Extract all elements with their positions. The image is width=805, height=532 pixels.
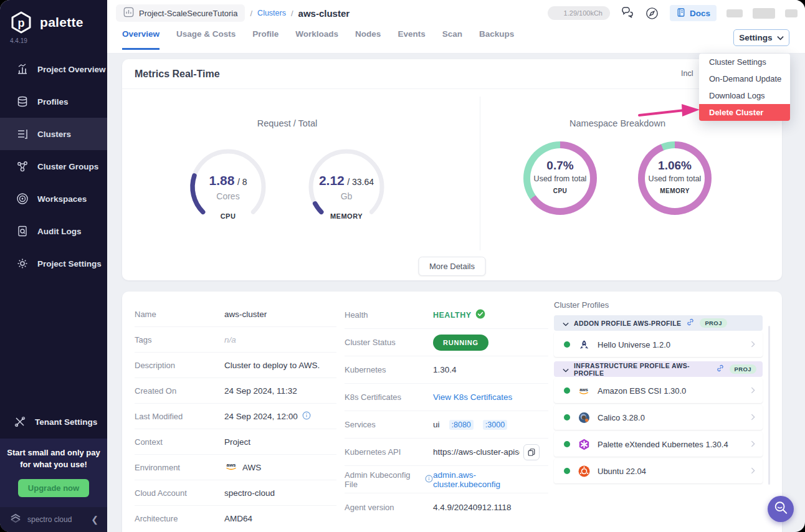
infrastructure-profile-header[interactable]: INFRASTRUCTURE PROFILE AWS-PROFILE PROJ [554, 361, 763, 377]
link-icon[interactable] [686, 318, 695, 329]
sidebar-item-workspaces[interactable]: Workspaces [0, 183, 107, 215]
avatar[interactable] [785, 9, 798, 17]
sidebar-item-clusters[interactable]: Clusters [0, 118, 107, 150]
profiles-scrollbar[interactable] [768, 326, 770, 485]
namespace-cpu-text: 0.7% Used from total CPU [523, 159, 597, 194]
svg-text:aws: aws [579, 386, 588, 392]
target-icon [16, 192, 29, 205]
status-dot [564, 387, 570, 394]
status-dot [564, 441, 570, 447]
tenant-settings-label: Tenant Settings [35, 417, 97, 427]
cpu-gauge-unit: Cores [188, 191, 269, 201]
sidebar-item-audit-logs[interactable]: Audit Logs [0, 215, 107, 247]
detail-row-cluster-status: Cluster Status RUNNING [345, 329, 548, 356]
chat-icon[interactable] [620, 6, 635, 21]
sidebar-item-label: Workspaces [37, 194, 87, 204]
app-window: p palette 4.4.19 Project Overview Profil… [0, 0, 805, 532]
bar-chart-icon [16, 63, 29, 75]
info-icon[interactable] [425, 475, 433, 485]
pxk-icon [578, 438, 590, 450]
chevron-down-icon [563, 318, 569, 329]
help-search-fab[interactable] [768, 496, 794, 522]
chevron-right-icon [751, 339, 755, 350]
cpu-gauge: 1.88 / 8 Cores CPU [188, 146, 269, 227]
tab-backups[interactable]: Backups [479, 29, 514, 50]
compass-icon[interactable] [645, 6, 660, 21]
info-icon[interactable] [302, 411, 311, 422]
tab-nodes[interactable]: Nodes [355, 29, 381, 50]
network-icon [16, 160, 29, 173]
doc-search-icon [16, 225, 29, 237]
breadcrumb-clusters-link[interactable]: Clusters [257, 9, 286, 17]
chevron-down-icon [777, 33, 784, 42]
menu-item-cluster-settings[interactable]: Cluster Settings [699, 54, 790, 70]
profile-layer-ubuntu[interactable]: Ubuntu 22.04 [554, 458, 763, 483]
service-port-link[interactable]: :8080 [449, 420, 474, 430]
sidebar-item-label: Project Overview [37, 65, 106, 74]
sidebar-item-project-settings[interactable]: Project Settings [0, 247, 107, 280]
cluster-tabs: Overview Usage & Costs Profile Workloads… [122, 29, 674, 50]
aws-icon: aws [578, 384, 590, 397]
book-icon [676, 7, 686, 19]
sidebar-item-project-overview[interactable]: Project Overview [0, 53, 107, 85]
tab-events[interactable]: Events [398, 29, 425, 50]
view-k8s-certificates-link[interactable]: View K8s Certificates [433, 392, 512, 402]
docs-button[interactable]: Docs [670, 5, 717, 21]
sidebar-item-tenant-settings[interactable]: Tenant Settings [0, 407, 107, 436]
breadcrumb-current-cluster: aws-cluster [298, 8, 350, 19]
brand-name: palette [40, 15, 83, 30]
service-port-link[interactable]: :3000 [483, 420, 507, 430]
sidebar-item-profiles[interactable]: Profiles [0, 85, 107, 118]
svg-text:p: p [18, 17, 25, 29]
profile-layer-hello-universe[interactable]: Hello Universe 1.2.0 [554, 332, 763, 357]
upgrade-now-button[interactable]: Upgrade now [18, 479, 89, 497]
addon-profile-header[interactable]: ADDON PROFILE AWS-PROFILE PROJ [554, 315, 763, 331]
details-middle-column: Health HEALTHY Cluster Status RUNNING Ku… [336, 292, 548, 532]
project-name: Project-ScaleSecureTutoria [139, 9, 237, 18]
menu-item-download-logs[interactable]: Download Logs [699, 87, 790, 104]
cluster-details-card: Name aws-cluster Tags n/a Description Cl… [122, 292, 782, 532]
memory-gauge-value: 2.12 / 33.64 [306, 173, 387, 188]
cluster-profiles-title: Cluster Profiles [554, 300, 763, 310]
detail-row-last-modified: Last Modified 24 Sep 2024, 12:00 [135, 404, 336, 429]
collapse-sidebar-icon[interactable]: ❮ [91, 515, 98, 525]
check-circle-icon [475, 309, 485, 321]
redacted-user-info [753, 8, 775, 19]
tab-overview[interactable]: Overview [122, 29, 160, 50]
copy-button[interactable] [523, 444, 540, 460]
memory-gauge-unit: Gb [306, 191, 387, 201]
tab-usage-costs[interactable]: Usage & Costs [176, 29, 236, 50]
project-selector[interactable]: Project-ScaleSecureTutoria [116, 4, 245, 22]
tab-workloads[interactable]: Workloads [295, 29, 338, 50]
list-icon [16, 128, 29, 140]
menu-item-delete-cluster[interactable]: Delete Cluster [699, 104, 790, 121]
tab-profile[interactable]: Profile [252, 29, 279, 50]
more-details-button[interactable]: More Details [418, 257, 486, 276]
status-dot [564, 414, 570, 420]
promo-text: Start small and only pay for what you us… [6, 447, 101, 471]
chevron-right-icon [751, 465, 755, 477]
profile-layer-amazon-ebs-csi[interactable]: aws Amazon EBS CSI 1.30.0 [554, 378, 763, 403]
tab-scan[interactable]: Scan [442, 29, 462, 50]
magnifier-smile-icon [773, 500, 788, 518]
settings-menu: Cluster Settings On-Demand Update Downlo… [699, 54, 790, 121]
upgrade-promo: Start small and only pay for what you us… [0, 439, 107, 507]
profile-layer-calico[interactable]: Calico 3.28.0 [554, 405, 763, 430]
detail-row-name: Name aws-cluster [135, 302, 336, 327]
scope-badge: PROJ [730, 364, 756, 374]
sidebar-spacer [0, 280, 107, 407]
detail-row-description: Description Cluster to deploy to AWS. [135, 353, 336, 378]
sidebar-item-cluster-groups[interactable]: Cluster Groups [0, 150, 107, 183]
palette-logo-icon: p [9, 10, 34, 35]
detail-row-tags: Tags n/a [135, 327, 336, 353]
sidebar-item-label: Clusters [37, 130, 71, 139]
menu-item-on-demand-update[interactable]: On-Demand Update [699, 70, 790, 87]
layers-icon [16, 95, 29, 108]
chevron-right-icon [751, 385, 755, 396]
profile-layer-palette-extended-kubernetes[interactable]: Palette eXtended Kubernetes 1.30.4 [554, 432, 763, 457]
kubeconfig-download-link[interactable]: admin.aws-cluster.kubeconfig [433, 470, 540, 489]
settings-button[interactable]: Settings [733, 29, 789, 46]
link-icon[interactable] [716, 364, 725, 375]
sidebar-item-label: Profiles [37, 97, 69, 107]
breadcrumb: Project-ScaleSecureTutoria / Clusters / … [116, 4, 798, 22]
